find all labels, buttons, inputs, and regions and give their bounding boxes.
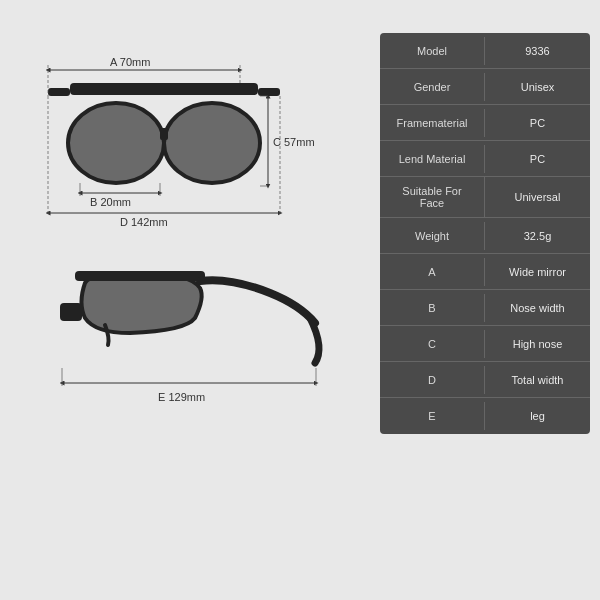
- spec-value: 9336: [485, 37, 590, 65]
- spec-row: Eleg: [380, 398, 590, 434]
- spec-value: High nose: [485, 330, 590, 358]
- spec-value: PC: [485, 109, 590, 137]
- svg-text:B 20mm: B 20mm: [90, 196, 131, 208]
- svg-text:A 70mm: A 70mm: [110, 56, 150, 68]
- spec-row: GenderUnisex: [380, 69, 590, 105]
- svg-rect-4: [70, 83, 258, 95]
- spec-row: CHigh nose: [380, 326, 590, 362]
- spec-label: D: [380, 366, 485, 394]
- spec-value: Wide mirror: [485, 258, 590, 286]
- glasses-front-view: A 70mm C 57mm: [20, 28, 360, 248]
- spec-value: Unisex: [485, 73, 590, 101]
- side-view-svg: E 129mm: [30, 253, 350, 413]
- glasses-side-view: E 129mm: [30, 248, 350, 418]
- spec-label: Model: [380, 37, 485, 65]
- spec-label: C: [380, 330, 485, 358]
- specs-table: Model9336GenderUnisexFramematerialPCLend…: [380, 33, 590, 434]
- spec-label: B: [380, 294, 485, 322]
- svg-text:C 57mm: C 57mm: [273, 136, 315, 148]
- spec-row: Weight32.5g: [380, 218, 590, 254]
- page-header: [0, 0, 600, 24]
- spec-row: DTotal width: [380, 362, 590, 398]
- spec-label: Gender: [380, 73, 485, 101]
- spec-row: Model9336: [380, 33, 590, 69]
- spec-row: Suitable For FaceUniversal: [380, 177, 590, 218]
- spec-label: E: [380, 402, 485, 430]
- spec-value: PC: [485, 145, 590, 173]
- spec-row: AWide mirror: [380, 254, 590, 290]
- spec-row: BNose width: [380, 290, 590, 326]
- svg-rect-25: [60, 303, 82, 321]
- spec-value: leg: [485, 402, 590, 430]
- svg-text:D 142mm: D 142mm: [120, 216, 168, 228]
- spec-label: Framematerial: [380, 109, 485, 137]
- spec-row: FramematerialPC: [380, 105, 590, 141]
- svg-rect-11: [258, 88, 280, 96]
- svg-text:E 129mm: E 129mm: [158, 391, 205, 403]
- spec-value: Nose width: [485, 294, 590, 322]
- spec-label: A: [380, 258, 485, 286]
- spec-label: Suitable For Face: [380, 177, 485, 217]
- spec-row: Lend MaterialPC: [380, 141, 590, 177]
- left-panel: A 70mm C 57mm: [10, 28, 370, 434]
- spec-value: Total width: [485, 366, 590, 394]
- spec-label: Lend Material: [380, 145, 485, 173]
- spec-value: Universal: [485, 183, 590, 211]
- spec-value: 32.5g: [485, 222, 590, 250]
- svg-rect-24: [75, 271, 205, 281]
- main-content: A 70mm C 57mm: [0, 28, 600, 434]
- front-view-svg: A 70mm C 57mm: [20, 28, 360, 248]
- svg-rect-10: [48, 88, 70, 96]
- svg-rect-9: [160, 128, 168, 140]
- spec-label: Weight: [380, 222, 485, 250]
